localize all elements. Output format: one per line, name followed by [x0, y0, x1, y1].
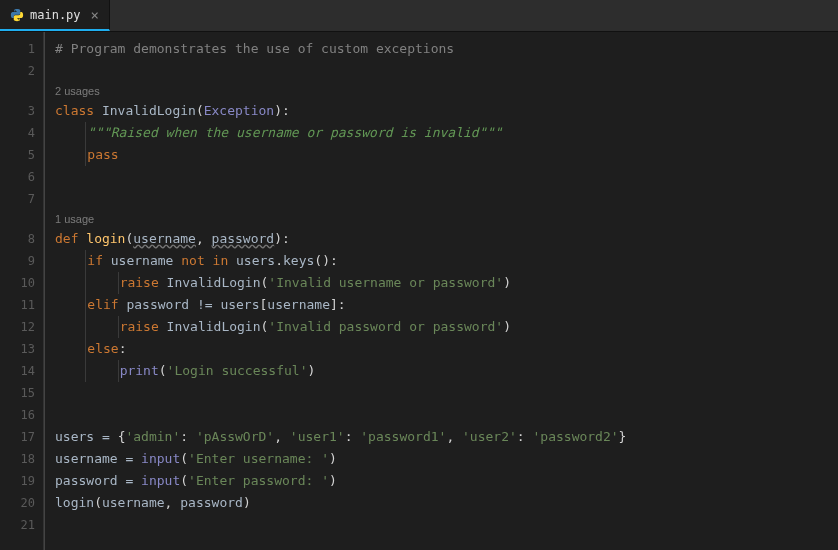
usage-hint[interactable]: 1 usage	[45, 210, 838, 228]
keyword-token: not	[181, 253, 204, 268]
line-number: 2	[0, 60, 43, 82]
paren-token: (	[180, 451, 188, 466]
code-line[interactable]: class InvalidLogin(Exception):	[45, 100, 838, 122]
ident-token: password	[55, 473, 118, 488]
line-number: 19	[0, 470, 43, 492]
line-number: 9	[0, 250, 43, 272]
tab-main-py[interactable]: main.py ×	[0, 0, 110, 31]
builtin-token: input	[141, 451, 180, 466]
line-number: 10	[0, 272, 43, 294]
code-line[interactable]: print('Login successful')	[45, 360, 838, 382]
comma-token: ,	[196, 231, 212, 246]
brace-token: }	[619, 429, 627, 444]
docstring-token: """Raised when the username or password …	[87, 125, 502, 140]
code-line[interactable]: """Raised when the username or password …	[45, 122, 838, 144]
line-gutter: 1 2 3 4 5 6 7 8 9 10 11 12 13 14 15 16 1…	[0, 32, 44, 550]
comma-token: ,	[165, 495, 181, 510]
indent-guide	[85, 316, 86, 338]
code-line[interactable]: password = input('Enter password: ')	[45, 470, 838, 492]
ident-token: users	[55, 429, 94, 444]
builtin-token: Exception	[204, 103, 274, 118]
string-token: 'Invalid username or password'	[268, 275, 503, 290]
keyword-token: def	[55, 231, 78, 246]
string-token: 'Enter username: '	[188, 451, 329, 466]
paren-token: (	[196, 103, 204, 118]
builtin-token: print	[120, 363, 159, 378]
builtin-token: input	[141, 473, 180, 488]
line-number: 15	[0, 382, 43, 404]
keyword-token: pass	[87, 147, 118, 162]
line-number: 6	[0, 166, 43, 188]
code-line[interactable]	[45, 382, 838, 404]
paren-token: (	[94, 495, 102, 510]
string-token: 'user2'	[462, 429, 517, 444]
code-line[interactable]: raise InvalidLogin('Invalid password or …	[45, 316, 838, 338]
gutter-spacer	[0, 210, 43, 228]
string-token: 'user1'	[290, 429, 345, 444]
paren-token: )	[503, 319, 511, 334]
dot-token: .	[275, 253, 283, 268]
ident-token: password	[180, 495, 243, 510]
line-number: 12	[0, 316, 43, 338]
keyword-token: raise	[120, 275, 159, 290]
paren-token: )	[243, 495, 251, 510]
code-editor[interactable]: 1 2 3 4 5 6 7 8 9 10 11 12 13 14 15 16 1…	[0, 32, 838, 550]
keyword-token: in	[213, 253, 229, 268]
code-line[interactable]: # Program demonstrates the use of custom…	[45, 38, 838, 60]
line-number: 20	[0, 492, 43, 514]
classname-token: InvalidLogin	[167, 319, 261, 334]
paren-token: ):	[274, 103, 290, 118]
usage-hint[interactable]: 2 usages	[45, 82, 838, 100]
code-line[interactable]: login(username, password)	[45, 492, 838, 514]
colon-token: :	[180, 429, 196, 444]
line-number: 14	[0, 360, 43, 382]
code-line[interactable]: elif password != users[username]:	[45, 294, 838, 316]
fn-name-token: login	[86, 231, 125, 246]
gutter-spacer	[0, 82, 43, 100]
op-token: =	[125, 473, 133, 488]
code-line[interactable]: raise InvalidLogin('Invalid username or …	[45, 272, 838, 294]
python-file-icon	[10, 8, 24, 22]
line-number: 1	[0, 38, 43, 60]
string-token: 'password2'	[533, 429, 619, 444]
code-line[interactable]	[45, 60, 838, 82]
ident-token: users	[220, 297, 259, 312]
indent-guide	[118, 316, 119, 338]
code-line[interactable]	[45, 188, 838, 210]
line-number: 4	[0, 122, 43, 144]
line-number: 5	[0, 144, 43, 166]
close-icon[interactable]: ×	[91, 7, 99, 23]
line-number: 7	[0, 188, 43, 210]
paren-token: (	[159, 363, 167, 378]
code-line[interactable]: def login(username, password):	[45, 228, 838, 250]
code-line[interactable]: users = {'admin': 'pAsswOrD', 'user1': '…	[45, 426, 838, 448]
code-area[interactable]: # Program demonstrates the use of custom…	[44, 32, 838, 550]
line-number: 3	[0, 100, 43, 122]
keyword-token: else	[87, 341, 118, 356]
indent-guide	[118, 272, 119, 294]
method-token: keys	[283, 253, 314, 268]
tab-filename: main.py	[30, 8, 81, 22]
line-number: 17	[0, 426, 43, 448]
indent-guide	[85, 250, 86, 272]
code-line[interactable]	[45, 166, 838, 188]
line-number: 11	[0, 294, 43, 316]
keyword-token: raise	[120, 319, 159, 334]
colon-token: :	[345, 429, 361, 444]
string-token: 'admin'	[125, 429, 180, 444]
keyword-token: elif	[87, 297, 118, 312]
code-line[interactable]: pass	[45, 144, 838, 166]
string-token: 'password1'	[360, 429, 446, 444]
code-line[interactable]: if username not in users.keys():	[45, 250, 838, 272]
comment-token: # Program demonstrates the use of custom…	[55, 41, 454, 56]
code-line[interactable]	[45, 404, 838, 426]
code-line[interactable]: username = input('Enter username: ')	[45, 448, 838, 470]
code-line[interactable]: else:	[45, 338, 838, 360]
line-number: 16	[0, 404, 43, 426]
tab-bar: main.py ×	[0, 0, 838, 32]
colon-token: :	[119, 341, 127, 356]
indent-guide	[85, 360, 86, 382]
paren-token: )	[329, 473, 337, 488]
line-number: 8	[0, 228, 43, 250]
code-line[interactable]	[45, 514, 838, 536]
